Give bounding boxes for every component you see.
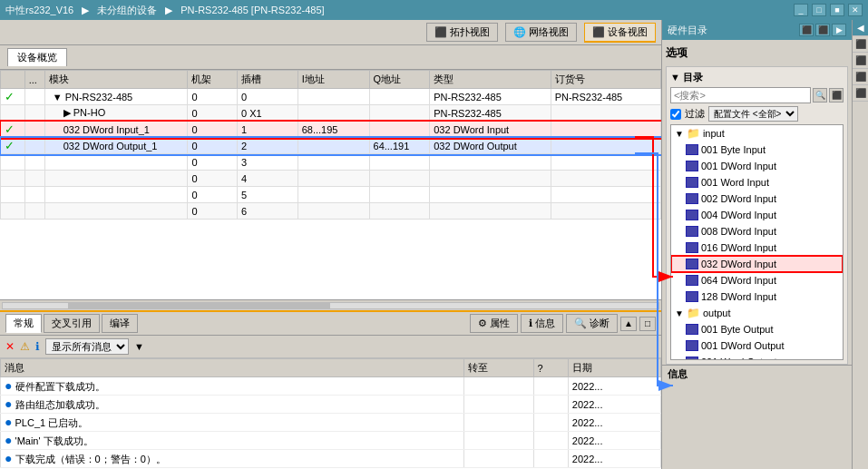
row-qaddr bbox=[369, 89, 430, 105]
tree-leaf-item[interactable]: 001 Byte Input bbox=[671, 142, 843, 158]
info-filter-icon: ℹ bbox=[35, 340, 40, 353]
msg-date: 2022... bbox=[568, 414, 660, 432]
right-panel-close[interactable]: ▶ bbox=[832, 24, 846, 36]
table-row[interactable]: ✓ ▼ PN-RS232-485 0 0 PN-RS232-485 PN-RS2… bbox=[1, 89, 661, 105]
collapse-button[interactable]: ▲ bbox=[620, 317, 637, 331]
right-panel-icon1[interactable]: ⬛ bbox=[799, 24, 814, 36]
tab-compile[interactable]: 编译 bbox=[102, 314, 138, 333]
module-icon bbox=[686, 357, 698, 360]
tree-label: 001 Byte Input bbox=[701, 144, 766, 155]
list-item[interactable]: ● 下载完成（错误：0；警告：0）。 2022... bbox=[1, 450, 661, 468]
tree-leaf-item[interactable]: 002 DWord Input bbox=[671, 191, 843, 207]
msg-goto bbox=[463, 450, 533, 468]
list-item[interactable]: ● 路由组态加载成功。 2022... bbox=[1, 396, 661, 414]
tab-cross-reference[interactable]: 交叉引用 bbox=[44, 314, 100, 333]
expand-button[interactable]: □ bbox=[639, 317, 656, 331]
search-icon2[interactable]: ⬛ bbox=[829, 88, 844, 103]
col-order: 订货号 bbox=[551, 71, 660, 89]
table-row[interactable]: ✓ 032 DWord Input_1 0 1 68...195 032 DWo… bbox=[1, 122, 661, 138]
tree-leaf-item[interactable]: 016 DWord Input bbox=[671, 239, 843, 256]
row-qaddr bbox=[369, 203, 430, 220]
side-icon-1[interactable]: ◀ bbox=[853, 20, 868, 36]
row-expand bbox=[24, 89, 44, 105]
right-panel-icon2[interactable]: ⬛ bbox=[815, 24, 830, 36]
tree-leaf-item[interactable]: 001 DWord Input bbox=[671, 158, 843, 174]
msg-goto bbox=[463, 377, 533, 396]
col-check bbox=[1, 71, 25, 89]
info-button[interactable]: ℹ 信息 bbox=[521, 314, 563, 333]
tree-folder-item[interactable]: ▼ 📁 input bbox=[671, 125, 843, 142]
close-button[interactable]: ✕ bbox=[848, 4, 863, 16]
tree-label: input bbox=[703, 128, 725, 139]
right-panel-title: 硬件目录 ⬛ ⬛ ▶ bbox=[662, 20, 852, 40]
row-slot: 0 X1 bbox=[237, 105, 297, 122]
side-icon-4[interactable]: ⬛ bbox=[853, 69, 868, 85]
profile-select[interactable]: 配置文件 <全部> bbox=[708, 106, 798, 122]
tree-leaf-item[interactable]: 001 DWord Output bbox=[671, 337, 843, 354]
device-overview: 设备概览 ... 模块 机架 插槽 I地址 Q地址 类型 bbox=[0, 45, 661, 310]
row-module bbox=[44, 154, 188, 171]
row-rack: 0 bbox=[188, 154, 238, 171]
maximize-button[interactable]: ■ bbox=[830, 4, 844, 16]
row-type bbox=[430, 171, 551, 187]
tab-general[interactable]: 常规 bbox=[5, 314, 42, 333]
network-view-button[interactable]: 🌐 网络视图 bbox=[505, 23, 577, 42]
right-panel: 硬件目录 ⬛ ⬛ ▶ 选项 ▼ 目录 🔍 ⬛ 过滤 配置文件 <全部> bbox=[661, 20, 852, 469]
message-filter-select[interactable]: 显示所有消息 bbox=[45, 338, 129, 355]
filter-checkbox[interactable] bbox=[670, 109, 681, 120]
col-qaddr: Q地址 bbox=[369, 71, 430, 89]
side-icon-5[interactable]: ⬛ bbox=[853, 85, 868, 102]
list-item[interactable]: ● 硬件配置下载成功。 2022... bbox=[1, 377, 661, 396]
msg-q bbox=[533, 414, 568, 432]
diagnostics-button[interactable]: 🔍 诊断 bbox=[566, 314, 618, 333]
tree-folder-item[interactable]: ▼ 📁 output bbox=[671, 305, 843, 321]
device-view-button[interactable]: ⬛ 设备视图 bbox=[584, 23, 656, 43]
msg-icon: ● PLC_1 已启动。 bbox=[1, 414, 464, 432]
folder-icon: 📁 bbox=[687, 307, 700, 319]
tree-leaf-item[interactable]: 128 DWord Input bbox=[671, 288, 843, 305]
tree-leaf-item[interactable]: 001 Byte Output bbox=[671, 321, 843, 337]
error-filter-icon: ✕ bbox=[5, 340, 15, 353]
table-row[interactable]: 0 3 bbox=[1, 154, 661, 171]
list-item[interactable]: ● PLC_1 已启动。 2022... bbox=[1, 414, 661, 432]
row-order bbox=[551, 203, 660, 220]
restore-button[interactable]: □ bbox=[812, 4, 826, 16]
topology-view-button[interactable]: ⬛ 拓扑视图 bbox=[426, 23, 498, 42]
table-row[interactable]: ✓ 032 DWord Output_1 0 2 64...191 032 DW… bbox=[1, 138, 661, 154]
tree-label: 001 DWord Input bbox=[701, 161, 776, 171]
minimize-button[interactable]: _ bbox=[794, 4, 808, 16]
tree-leaf-item[interactable]: 032 DWord Input bbox=[671, 256, 843, 272]
tree-leaf-item[interactable]: 001 Word Output bbox=[671, 354, 843, 360]
side-icon-3[interactable]: ⬛ bbox=[853, 53, 868, 69]
table-row[interactable]: 0 6 bbox=[1, 203, 661, 220]
module-icon bbox=[686, 161, 698, 171]
horizontal-scrollbar[interactable] bbox=[0, 299, 661, 310]
info-bottom: 信息 bbox=[662, 365, 852, 383]
search-input[interactable] bbox=[670, 87, 811, 103]
side-icon-2[interactable]: ⬛ bbox=[853, 36, 868, 53]
row-module: 032 DWord Input_1 bbox=[44, 122, 188, 138]
tree-label: 001 DWord Output bbox=[701, 340, 785, 351]
msg-date: 2022... bbox=[568, 377, 660, 396]
list-item[interactable]: ● 'Main' 下载成功。 2022... bbox=[1, 432, 661, 450]
bottom-tabs: 常规 交叉引用 编译 bbox=[5, 314, 138, 333]
module-icon bbox=[686, 291, 698, 302]
table-row[interactable]: ▶ PN-HO 0 0 X1 PN-RS232-485 bbox=[1, 105, 661, 122]
tree-leaf-item[interactable]: 064 DWord Input bbox=[671, 272, 843, 288]
row-expand bbox=[24, 154, 44, 171]
msg-q bbox=[533, 377, 568, 396]
folder-arrow-icon: ▼ bbox=[675, 129, 684, 139]
row-order bbox=[551, 154, 660, 171]
topology-icon: ⬛ bbox=[434, 26, 447, 38]
row-rack: 0 bbox=[188, 89, 238, 105]
tree-leaf-item[interactable]: 004 DWord Input bbox=[671, 207, 843, 223]
search-button[interactable]: 🔍 bbox=[813, 88, 827, 103]
tree-leaf-item[interactable]: 001 Word Input bbox=[671, 174, 843, 191]
tree-leaf-item[interactable]: 008 DWord Input bbox=[671, 223, 843, 239]
properties-button[interactable]: ⚙ 属性 bbox=[470, 314, 518, 333]
table-row[interactable]: 0 4 bbox=[1, 171, 661, 187]
msg-q bbox=[533, 396, 568, 414]
device-overview-tab[interactable]: 设备概览 bbox=[7, 48, 67, 66]
row-check bbox=[1, 171, 25, 187]
table-row[interactable]: 0 5 bbox=[1, 187, 661, 203]
